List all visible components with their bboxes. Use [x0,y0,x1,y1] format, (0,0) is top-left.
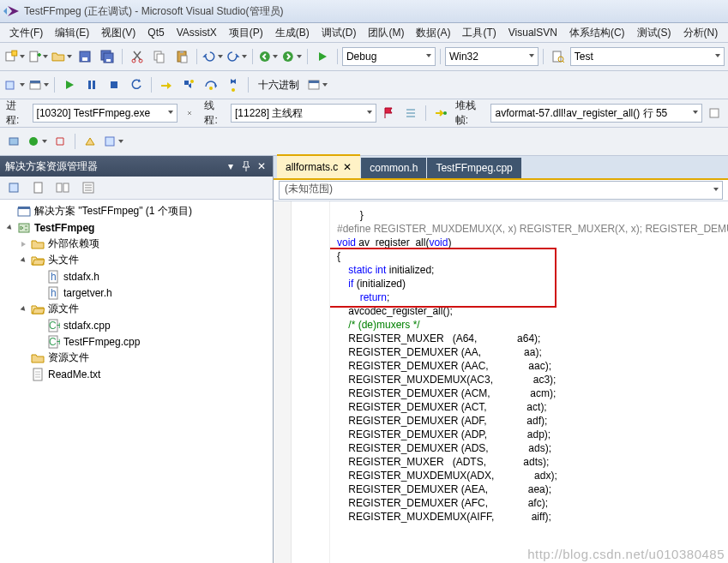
platform-combo[interactable]: Win32 [445,47,538,66]
code-editor[interactable]: }#define REGISTER_MUXDEMUX(X, x) REGISTE… [274,201,728,563]
ext-deps-node[interactable]: 外部依赖项 [0,236,273,252]
header-file-1[interactable]: h targetver.h [0,284,273,301]
project-label: TestFFmpeg [34,222,94,234]
menu-tools[interactable]: 工具(T) [456,26,502,40]
svg-rect-31 [710,109,719,117]
menu-visualsvn[interactable]: VisualSVN [502,27,563,39]
cut-button[interactable] [127,46,147,67]
sources-node[interactable]: 源文件 [0,301,273,317]
show-next-statement-button[interactable] [156,75,177,95]
menu-analyze[interactable]: 分析(N) [677,26,725,40]
close-tab-icon[interactable]: ✕ [343,161,352,173]
scope-combo[interactable]: (未知范围) [279,181,723,200]
source-file-1[interactable]: C++ TestFFmpeg.cpp [0,333,273,350]
header-file-0[interactable]: h stdafx.h [0,268,273,284]
source-file-0[interactable]: C++ stdafx.cpp [0,317,273,333]
project-node[interactable]: TestFFmpeg [0,219,273,236]
svg-rect-7 [106,59,111,62]
nav-forward-button[interactable] [280,46,303,67]
breakpoint-margin[interactable] [274,201,292,563]
stack-label: 堆栈帧: [455,99,487,128]
menu-debug[interactable]: 调试(D) [316,26,363,40]
search-combo[interactable]: Test [570,47,725,66]
menu-test[interactable]: 测试(S) [631,26,677,40]
pause-button[interactable] [81,75,102,95]
menu-view[interactable]: 视图(V) [95,26,141,40]
step-over-button[interactable] [201,75,221,95]
tab-testffmpeg[interactable]: TestFFmpeg.cpp [427,158,520,178]
svg-rect-41 [18,207,30,209]
tab-common[interactable]: common.h [361,158,426,178]
stack-frame-combo[interactable]: avformat-57.dll!av_register_all() 行 55 [490,104,702,123]
menu-edit[interactable]: 编辑(E) [49,26,95,40]
stack-extra-button[interactable] [704,103,725,123]
panel-dropdown-icon[interactable]: ▾ [225,160,237,172]
save-button[interactable] [75,46,95,67]
process-refresh-button[interactable] [179,103,200,123]
menu-vassistx[interactable]: VAssistX [171,27,223,39]
hex-display-button[interactable]: 十六进制 [253,75,304,95]
outline-gutter[interactable] [292,201,330,563]
tool-btn-4[interactable] [80,131,100,152]
new-project-button[interactable] [3,46,26,67]
solution-icon [17,205,31,219]
tab-allformats[interactable]: allformats.c ✕ [277,154,360,178]
resources-node[interactable]: 资源文件 [0,350,273,366]
copy-button[interactable] [149,46,170,67]
sln-refresh-button[interactable] [29,177,50,198]
headers-node[interactable]: 头文件 [0,252,273,268]
redo-button[interactable] [226,46,248,67]
readme-node[interactable]: ReadMe.txt [0,366,273,382]
thread-toggle-button[interactable] [400,103,421,123]
svg-point-25 [190,80,194,83]
h-file-icon: h [46,270,60,284]
menu-qt5[interactable]: Qt5 [141,27,170,39]
restart-button[interactable] [126,75,147,95]
start-debug-button[interactable] [312,46,333,67]
thread-flag-button[interactable] [378,103,399,123]
continue-button[interactable] [59,75,80,95]
attach-button[interactable] [3,75,26,95]
config-combo[interactable]: Debug [342,47,436,66]
save-all-button[interactable] [97,46,117,67]
menu-data[interactable]: 数据(A) [410,26,456,40]
svg-rect-40 [18,208,30,216]
sln-properties-button[interactable] [78,177,99,198]
menu-team[interactable]: 团队(M) [362,26,410,40]
sln-showall-button[interactable] [52,177,73,198]
process-combo[interactable]: [10320] TestFFmpeg.exe [33,104,178,123]
solution-tree[interactable]: 解决方案 "TestFFmpeg" (1 个项目) TestFFmpeg 外部依… [0,200,273,563]
windows-button[interactable] [27,75,50,95]
menu-architecture[interactable]: 体系结构(C) [563,26,631,40]
tool-btn-2[interactable] [26,131,48,152]
svg-rect-32 [9,138,18,145]
code-content[interactable]: }#define REGISTER_MUXDEMUX(X, x) REGISTE… [330,201,728,563]
solution-node[interactable]: 解决方案 "TestFFmpeg" (1 个项目) [0,203,273,219]
open-button[interactable] [51,46,73,67]
thread-combo[interactable]: [11228] 主线程 [231,104,376,123]
find-button[interactable] [548,46,569,67]
stack-nav-button[interactable] [430,103,451,123]
step-into-button[interactable] [178,75,199,95]
undo-button[interactable] [202,46,224,67]
stop-button[interactable] [104,75,124,95]
add-item-button[interactable] [27,46,50,67]
tool-btn-1[interactable] [3,131,24,152]
step-out-button[interactable] [223,75,244,95]
menu-build[interactable]: 生成(B) [269,26,316,40]
menu-file[interactable]: 文件(F) [3,26,49,40]
paste-button[interactable] [171,46,192,67]
nav-back-button[interactable] [257,46,280,67]
debug-output-button[interactable] [306,75,328,95]
svg-point-30 [443,111,447,115]
menu-project[interactable]: 项目(P) [223,26,269,40]
svg-rect-14 [181,56,187,63]
svg-rect-34 [105,137,114,146]
sln-home-button[interactable] [3,177,24,198]
close-icon[interactable]: ✕ [256,160,268,172]
tool-btn-3[interactable] [50,131,70,152]
folder-open-icon [31,302,45,316]
solution-explorer-toolbar [0,177,273,200]
pin-icon[interactable] [240,160,252,172]
tool-btn-5[interactable] [102,131,124,152]
